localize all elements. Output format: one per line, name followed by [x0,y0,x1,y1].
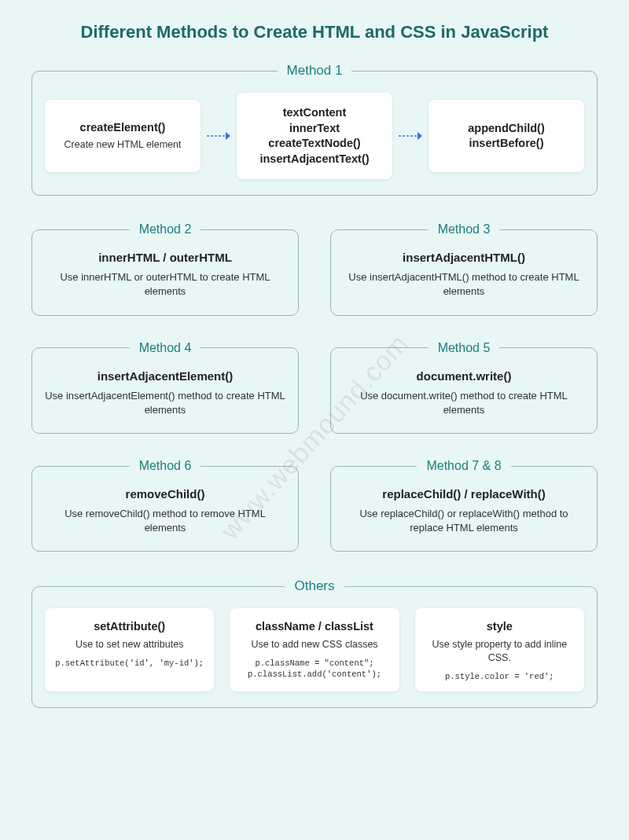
method-5-group: Method 5 document.write() Use document.w… [330,341,598,434]
others-0-desc: Use to set new attributes [53,638,206,651]
step2-line3: insertAdjacentText() [246,152,383,167]
method-3-group: Method 3 insertAdjacentHTML() Use insert… [330,222,598,315]
method-7-8-desc: Use replaceChild() or replaceWith() meth… [342,507,586,535]
method-7-8-group: Method 7 & 8 replaceChild() / replaceWit… [330,459,598,552]
method-4-desc: Use insertAdjacentElement() method to cr… [43,389,287,417]
others-0-title: setAttribute() [53,619,206,635]
others-setattribute: setAttribute() Use to set new attributes… [45,608,214,691]
method-1-legend: Method 1 [278,63,352,79]
method-2-title: innerHTML / outerHTML [43,251,287,264]
others-0-code: p.setAttribute('id', 'my-id'); [53,658,206,669]
page-title: Different Methods to Create HTML and CSS… [31,22,598,42]
others-group: Others setAttribute() Use to set new att… [31,578,598,707]
method-6-desc: Use removeChild() method to remove HTML … [43,507,287,535]
others-classname: className / classList Use to add new CSS… [230,608,399,691]
others-style: style Use style property to add inline C… [415,608,584,691]
step2-line0: textContent [246,105,383,121]
svg-marker-3 [417,132,422,140]
step-text-methods: textContent innerText createTextNode() i… [237,93,392,179]
method-4-title: insertAdjacentElement() [43,369,287,383]
method-7-8-title: replaceChild() / replaceWith() [342,487,586,501]
method-5-desc: Use document.write() method to create HT… [342,389,586,417]
method-2-legend: Method 2 [130,222,201,237]
svg-marker-1 [226,132,230,140]
method-2-desc: Use innerHTML or outerHTML to create HTM… [43,270,287,299]
method-7-8-legend: Method 7 & 8 [417,459,510,473]
others-1-desc: Use to add new CSS classes [237,638,391,651]
others-2-code: p.style.color = 'red'; [423,671,576,682]
others-row: setAttribute() Use to set new attributes… [45,608,584,691]
others-2-desc: Use style property to add inline CSS. [423,638,576,665]
step1-desc: Create new HTML element [54,138,191,152]
method-6-legend: Method 6 [130,459,201,473]
method-3-title: insertAdjacentHTML() [342,251,586,264]
others-2-title: style [423,619,576,635]
others-legend: Others [285,578,344,594]
method-6-group: Method 6 removeChild() Use removeChild()… [31,459,299,552]
method-1-flow: createElement() Create new HTML element … [45,93,584,179]
method-4-group: Method 4 insertAdjacentElement() Use ins… [31,341,299,434]
step2-line1: innerText [246,121,383,137]
arrow-icon [397,130,424,141]
method-4-legend: Method 4 [130,341,201,355]
others-1-title: className / classList [237,619,391,635]
others-1-code: p.className = "content"; p.classList.add… [237,658,391,680]
step-append-methods: appendChild() insertBefore() [429,100,584,172]
step3-line0: appendChild() [438,121,575,137]
step3-line1: insertBefore() [438,136,575,152]
method-5-legend: Method 5 [429,341,500,355]
step-create-element: createElement() Create new HTML element [45,100,200,172]
method-1-group: Method 1 createElement() Create new HTML… [31,63,598,196]
arrow-icon [205,130,232,141]
methods-grid: Method 2 innerHTML / outerHTML Use inner… [31,222,598,552]
method-3-legend: Method 3 [429,222,500,237]
step1-title: createElement() [54,120,191,136]
method-6-title: removeChild() [43,487,287,501]
method-2-group: Method 2 innerHTML / outerHTML Use inner… [31,222,299,315]
step2-line2: createTextNode() [246,136,383,152]
method-3-desc: Use insertAdjacentHTML() method to creat… [342,270,586,299]
method-5-title: document.write() [342,369,586,383]
